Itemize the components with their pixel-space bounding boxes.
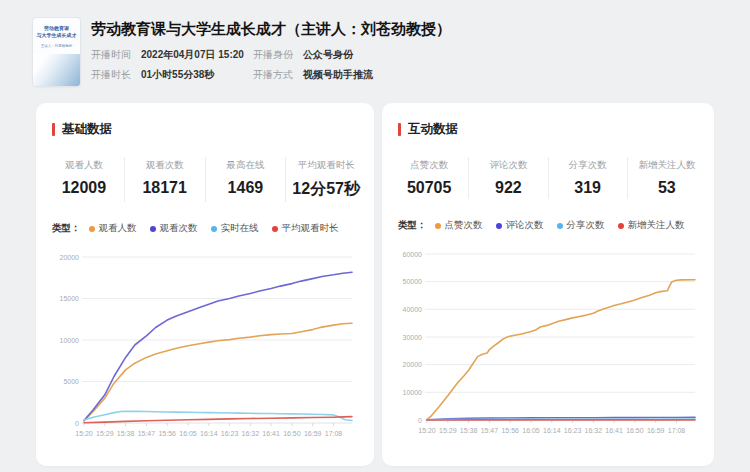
stat-label: 评论次数 <box>469 159 547 172</box>
basic-stats-row: 观看人数 12009 观看次数 18171 最高在线 1469 平均观看时长 1… <box>36 157 374 202</box>
basic-data-card: 基础数据 观看人数 12009 观看次数 18171 最高在线 1469 平均观… <box>36 103 374 466</box>
svg-text:30000: 30000 <box>403 334 423 341</box>
legend-type-label: 类型： <box>398 219 427 232</box>
stat-value: 1469 <box>206 179 286 197</box>
svg-text:16:05: 16:05 <box>522 427 540 434</box>
interaction-chart-legend: 类型： 点赞次数评论次数分享次数新增关注人数 <box>398 219 714 232</box>
legend-dot-icon <box>211 226 217 232</box>
svg-text:16:59: 16:59 <box>304 430 322 437</box>
stat-label: 分享次数 <box>549 159 627 172</box>
stat-label: 新增关注人数 <box>628 159 706 172</box>
live-stats-page: 劳动教育课 与大学生成长成才 主讲人：刘苍劲教授 劳动教育课与大学生成长成才（主… <box>0 0 750 472</box>
svg-text:15:47: 15:47 <box>481 427 499 434</box>
accent-bar <box>52 123 55 136</box>
legend-item[interactable]: 实时在线 <box>211 222 259 235</box>
stat-viewers: 观看人数 12009 <box>44 157 125 202</box>
svg-text:15:38: 15:38 <box>117 430 135 437</box>
basic-data-chart[interactable]: 0500010000150002000015:2015:2915:3815:47… <box>50 247 360 447</box>
info-stream-method: 开播方式 视频号助手推流 <box>253 68 373 82</box>
legend-item-label: 观看次数 <box>160 222 198 235</box>
interaction-data-chart[interactable]: 010000200003000040000500006000015:2015:2… <box>393 244 703 444</box>
cover-title-line1: 劳动教育课 <box>33 25 80 32</box>
svg-text:15:56: 15:56 <box>158 430 176 437</box>
svg-text:10000: 10000 <box>403 389 423 396</box>
info-value: 视频号助手推流 <box>303 68 373 82</box>
stat-label: 最高在线 <box>206 159 286 172</box>
info-value: 公众号身份 <box>303 48 353 62</box>
section-title: 互动数据 <box>408 121 458 138</box>
svg-text:10000: 10000 <box>60 337 80 344</box>
svg-text:16:50: 16:50 <box>283 430 301 437</box>
legend-dot-icon <box>496 223 502 229</box>
legend-item[interactable]: 分享次数 <box>557 219 605 232</box>
svg-text:16:14: 16:14 <box>543 427 561 434</box>
legend-dot-icon <box>618 223 624 229</box>
svg-text:15:29: 15:29 <box>96 430 114 437</box>
interaction-stats-row: 点赞次数 50705 评论次数 922 分享次数 319 新增关注人数 53 <box>382 157 714 199</box>
info-value: 01小时55分38秒 <box>141 68 214 82</box>
stat-value: 319 <box>549 179 627 197</box>
legend-item-label: 新增关注人数 <box>628 219 685 232</box>
stat-likes: 点赞次数 50705 <box>390 157 469 199</box>
stat-value: 12分57秒 <box>286 179 366 200</box>
cover-gradient <box>33 54 80 86</box>
stat-views: 观看次数 18171 <box>125 157 206 202</box>
legend-type-label: 类型： <box>52 222 81 235</box>
svg-text:17:08: 17:08 <box>325 430 343 437</box>
info-value: 2022年04月07日 15:20 <box>141 48 244 62</box>
legend-dot-icon <box>435 223 441 229</box>
stream-cover-thumbnail: 劳动教育课 与大学生成长成才 主讲人：刘苍劲教授 <box>33 18 80 86</box>
svg-text:15000: 15000 <box>60 295 80 302</box>
legend-item[interactable]: 平均观看时长 <box>272 222 339 235</box>
legend-item[interactable]: 评论次数 <box>496 219 544 232</box>
svg-text:0: 0 <box>75 420 79 427</box>
cover-subtitle: 主讲人：刘苍劲教授 <box>33 44 80 49</box>
svg-text:15:20: 15:20 <box>75 430 93 437</box>
accent-bar <box>398 123 401 136</box>
svg-text:16:23: 16:23 <box>564 427 582 434</box>
legend-item[interactable]: 新增关注人数 <box>618 219 685 232</box>
info-label: 开播时间 <box>91 48 131 62</box>
page-title: 劳动教育课与大学生成长成才（主讲人：刘苍劲教授） <box>91 20 451 39</box>
svg-text:16:50: 16:50 <box>626 427 644 434</box>
svg-text:15:20: 15:20 <box>418 427 436 434</box>
svg-text:40000: 40000 <box>403 306 423 313</box>
stat-label: 观看人数 <box>44 159 124 172</box>
legend-item[interactable]: 点赞次数 <box>435 219 483 232</box>
legend-dot-icon <box>89 226 95 232</box>
basic-chart-legend: 类型： 观看人数观看次数实时在线平均观看时长 <box>52 222 374 235</box>
svg-text:17:08: 17:08 <box>668 427 686 434</box>
legend-dot-icon <box>272 226 278 232</box>
svg-text:15:47: 15:47 <box>138 430 156 437</box>
svg-text:15:29: 15:29 <box>439 427 457 434</box>
stat-value: 18171 <box>125 179 205 197</box>
svg-text:20000: 20000 <box>403 361 423 368</box>
legend-item-label: 评论次数 <box>506 219 544 232</box>
info-duration: 开播时长 01小时55分38秒 <box>91 68 253 82</box>
section-title: 基础数据 <box>62 121 112 138</box>
svg-text:16:32: 16:32 <box>242 430 260 437</box>
interaction-data-card: 互动数据 点赞次数 50705 评论次数 922 分享次数 319 新增关注人数… <box>382 103 714 466</box>
stat-new-followers: 新增关注人数 53 <box>628 157 706 199</box>
basic-data-header: 基础数据 <box>36 103 374 138</box>
legend-item-label: 点赞次数 <box>445 219 483 232</box>
svg-text:16:41: 16:41 <box>262 430 280 437</box>
svg-text:16:23: 16:23 <box>221 430 239 437</box>
legend-item-label: 实时在线 <box>221 222 259 235</box>
svg-text:5000: 5000 <box>63 378 79 385</box>
info-start-time: 开播时间 2022年04月07日 15:20 <box>91 48 253 62</box>
stat-label: 观看次数 <box>125 159 205 172</box>
info-label: 开播身份 <box>253 48 293 62</box>
svg-text:20000: 20000 <box>60 254 80 261</box>
svg-text:16:14: 16:14 <box>200 430 218 437</box>
info-identity: 开播身份 公众号身份 <box>253 48 373 62</box>
legend-dot-icon <box>150 226 156 232</box>
info-label: 开播时长 <box>91 68 131 82</box>
stat-shares: 分享次数 319 <box>549 157 628 199</box>
svg-text:16:32: 16:32 <box>585 427 603 434</box>
legend-item[interactable]: 观看人数 <box>89 222 137 235</box>
stat-label: 平均观看时长 <box>286 159 366 172</box>
legend-item-label: 分享次数 <box>567 219 605 232</box>
svg-text:50000: 50000 <box>403 278 423 285</box>
legend-item[interactable]: 观看次数 <box>150 222 198 235</box>
